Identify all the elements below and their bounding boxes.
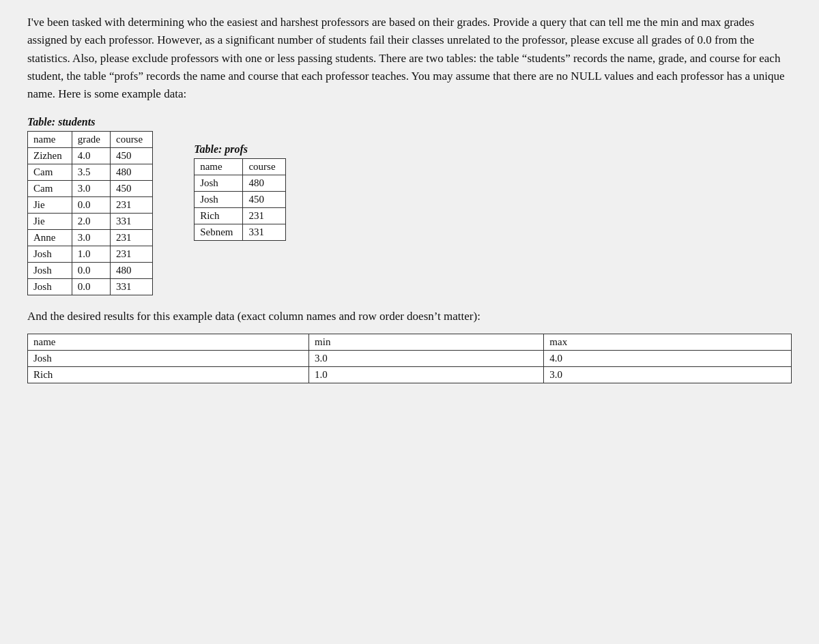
table-cell: Josh [195,191,243,207]
tables-section: Table: students name grade course Zizhen… [27,116,792,295]
table-cell: 231 [110,196,152,213]
results-section: name min max Josh3.04.0Rich1.03.0 [27,334,792,383]
table-cell: 231 [110,229,152,246]
table-cell: 480 [243,175,285,191]
table-cell: Cam [28,164,72,180]
profs-table: name course Josh480Josh450Rich231Sebnem3… [194,158,285,241]
table-cell: Rich [28,367,309,383]
and-text: And the desired results for this example… [27,308,792,325]
table-row: Josh1.0231 [28,246,153,262]
table-cell: 3.0 [309,351,544,367]
profs-col-course: course [243,158,285,175]
table-cell: Rich [195,207,243,224]
table-cell: Josh [28,351,309,367]
table-cell: 0.0 [72,262,110,278]
table-cell: 331 [243,224,285,240]
table-cell: 450 [110,180,152,196]
table-cell: Josh [28,262,72,278]
profs-table-label-prefix: Table: [194,143,225,155]
results-table: name min max Josh3.04.0Rich1.03.0 [27,334,792,383]
results-col-name: name [28,334,309,351]
students-table-label: Table: students [27,116,153,128]
table-cell: 331 [110,213,152,229]
table-cell: 231 [110,246,152,262]
profs-table-label-name: profs [225,143,248,155]
students-col-course: course [110,131,152,147]
table-cell: 450 [243,191,285,207]
table-cell: 3.0 [72,229,110,246]
table-cell: 450 [110,147,152,164]
table-cell: Zizhen [28,147,72,164]
table-cell: 231 [243,207,285,224]
table-row: Josh3.04.0 [28,351,792,367]
table-row: Rich231 [195,207,285,224]
table-cell: Josh [28,278,72,295]
table-cell: 1.0 [309,367,544,383]
question-paragraph: I've been tasked with determining who th… [27,14,792,104]
table-cell: Anne [28,229,72,246]
table-row: Jie2.0331 [28,213,153,229]
students-table-label-prefix: Table: [27,116,58,128]
table-row: Rich1.03.0 [28,367,792,383]
table-cell: 3.0 [544,367,792,383]
students-table-container: Table: students name grade course Zizhen… [27,116,153,295]
students-col-grade: grade [72,131,110,147]
students-col-name: name [28,131,72,147]
table-cell: Jie [28,196,72,213]
table-row: Josh450 [195,191,285,207]
table-row: Josh480 [195,175,285,191]
table-cell: Sebnem [195,224,243,240]
table-row: Sebnem331 [195,224,285,240]
table-cell: 480 [110,164,152,180]
table-row: Anne3.0231 [28,229,153,246]
table-cell: 480 [110,262,152,278]
table-row: Jie0.0231 [28,196,153,213]
results-col-max: max [544,334,792,351]
table-cell: Josh [28,246,72,262]
table-cell: 4.0 [72,147,110,164]
profs-table-container: Table: profs name course Josh480Josh450R… [194,143,285,241]
table-row: Josh0.0480 [28,262,153,278]
table-cell: 1.0 [72,246,110,262]
table-cell: Jie [28,213,72,229]
table-row: Cam3.0450 [28,180,153,196]
table-cell: 0.0 [72,278,110,295]
table-cell: 3.0 [72,180,110,196]
table-row: Josh0.0331 [28,278,153,295]
table-row: Zizhen4.0450 [28,147,153,164]
table-cell: Cam [28,180,72,196]
table-cell: 4.0 [544,351,792,367]
table-cell: Josh [195,175,243,191]
table-cell: 2.0 [72,213,110,229]
table-cell: 0.0 [72,196,110,213]
table-row: Cam3.5480 [28,164,153,180]
students-table: name grade course Zizhen4.0450Cam3.5480C… [27,131,153,295]
table-cell: 331 [110,278,152,295]
students-table-label-name: students [58,116,95,128]
table-cell: 3.5 [72,164,110,180]
profs-col-name: name [195,158,243,175]
results-col-min: min [309,334,544,351]
profs-table-label: Table: profs [194,143,285,156]
